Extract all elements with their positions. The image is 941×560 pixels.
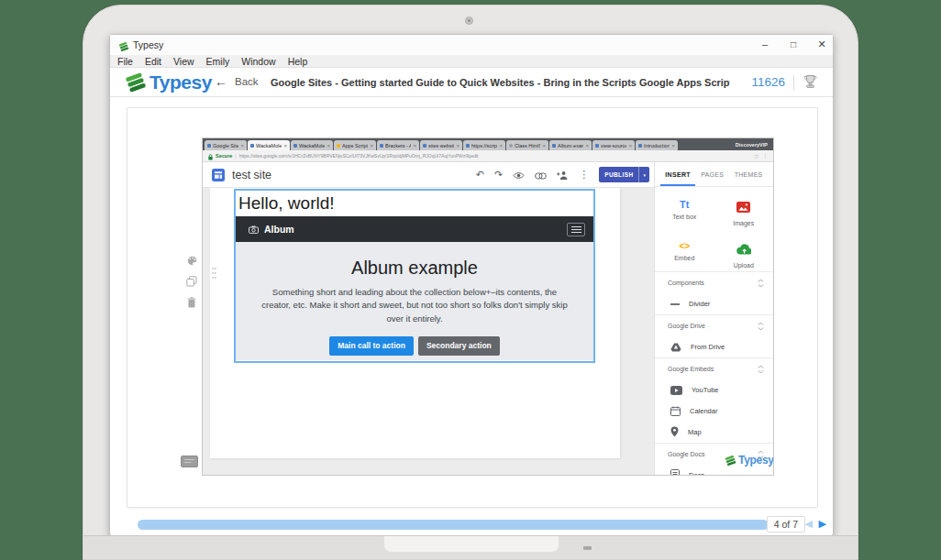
menu-edit[interactable]: Edit bbox=[145, 56, 161, 67]
preview-eye-icon[interactable] bbox=[513, 167, 525, 183]
tab-close-icon[interactable]: × bbox=[327, 143, 330, 148]
menu-help[interactable]: Help bbox=[288, 56, 308, 67]
tab-close-icon[interactable]: × bbox=[585, 143, 589, 148]
trophy-icon[interactable] bbox=[803, 73, 818, 93]
prev-page-icon[interactable]: ◀ bbox=[805, 518, 813, 530]
browser-tab[interactable]: https://script.go× bbox=[463, 140, 505, 150]
tab-close-icon[interactable]: × bbox=[542, 143, 546, 148]
share-add-person-icon[interactable] bbox=[557, 167, 569, 183]
item-youtube[interactable]: YouTube bbox=[655, 379, 773, 401]
browser-tab[interactable]: WackaMole - ap× bbox=[291, 140, 333, 150]
unfold-icon[interactable] bbox=[758, 318, 764, 335]
tab-pages[interactable]: PAGES bbox=[701, 171, 724, 178]
tab-close-icon[interactable]: × bbox=[456, 143, 459, 148]
item-calendar[interactable]: Calendar bbox=[655, 401, 773, 422]
section-components[interactable]: Components bbox=[655, 271, 773, 293]
menu-bar: File Edit View Emily Window Help bbox=[110, 55, 833, 68]
browser-tab[interactable]: Class HtmlServ× bbox=[506, 140, 548, 150]
delete-icon[interactable] bbox=[187, 295, 196, 312]
palette-icon[interactable] bbox=[187, 253, 197, 269]
browser-tab[interactable]: Album example× bbox=[549, 140, 592, 150]
lesson-progress-bar[interactable] bbox=[138, 520, 769, 530]
browser-tab[interactable]: sites website× bbox=[420, 140, 462, 150]
insert-panel: INSERT PAGES THEMES Tt Text box bbox=[654, 162, 773, 475]
typesy-logo-icon bbox=[125, 71, 147, 93]
publish-caret-icon[interactable]: ▾ bbox=[638, 167, 649, 182]
browser-tab-strip: Google Sites× WackaMole× WackaMole - ap×… bbox=[203, 138, 773, 150]
minimize-button[interactable]: – bbox=[757, 37, 773, 52]
browser-profile-name[interactable]: DiscoveryVIP bbox=[736, 142, 773, 148]
site-name[interactable]: test site bbox=[232, 169, 271, 181]
album-paragraph: Something short and leading about the co… bbox=[261, 286, 568, 325]
browser-menu-icon[interactable]: ⋮ bbox=[762, 153, 768, 159]
item-map[interactable]: Map bbox=[655, 422, 773, 443]
embed-icon: <> bbox=[679, 242, 690, 251]
tab-close-icon[interactable]: × bbox=[370, 143, 373, 148]
youtube-icon bbox=[670, 382, 682, 399]
menu-file[interactable]: File bbox=[117, 56, 133, 67]
tab-insert[interactable]: INSERT bbox=[665, 171, 690, 178]
section-google-drive[interactable]: Google Drive bbox=[655, 314, 773, 336]
docs-icon bbox=[670, 467, 680, 476]
browser-tab[interactable]: Introduction - B× bbox=[636, 140, 678, 150]
item-divider[interactable]: Divider bbox=[655, 293, 773, 314]
browser-tab[interactable]: view-source:htt× bbox=[592, 140, 635, 150]
panel-tabs: INSERT PAGES THEMES bbox=[655, 162, 773, 187]
upload-cloud-icon bbox=[736, 242, 751, 258]
tab-close-icon[interactable]: × bbox=[499, 143, 503, 148]
tab-close-icon[interactable]: × bbox=[283, 143, 287, 148]
more-options-icon[interactable]: ⋮ bbox=[579, 170, 589, 180]
tab-favicon bbox=[638, 144, 642, 148]
typesy-watermark: Typesy bbox=[725, 454, 773, 467]
browser-screenshot: Google Sites× WackaMole× WackaMole - ap×… bbox=[203, 138, 773, 475]
unfold-icon[interactable] bbox=[758, 361, 764, 378]
browser-tab[interactable]: Brackets - A mo× bbox=[377, 140, 419, 150]
divider-icon bbox=[670, 303, 680, 305]
menu-window[interactable]: Window bbox=[241, 56, 275, 67]
selected-embed-block[interactable]: Hello, world! Album Album example Som bbox=[234, 189, 595, 363]
webcam-dot bbox=[465, 16, 473, 25]
hamburger-menu-icon[interactable] bbox=[567, 223, 585, 236]
copy-link-icon[interactable] bbox=[535, 167, 547, 183]
tab-close-icon[interactable]: × bbox=[628, 143, 632, 148]
laptop-notch bbox=[384, 536, 559, 552]
insert-upload[interactable]: Upload bbox=[714, 242, 774, 271]
tab-favicon bbox=[595, 144, 599, 148]
section-google-embeds[interactable]: Google Embeds bbox=[655, 357, 773, 379]
next-page-icon[interactable]: ▶ bbox=[819, 518, 826, 530]
unfold-icon[interactable] bbox=[758, 275, 764, 291]
close-button[interactable]: ✕ bbox=[814, 37, 830, 52]
bookmark-star-icon[interactable]: ☆ bbox=[754, 153, 759, 159]
insert-embed[interactable]: <> Embed bbox=[655, 242, 714, 271]
primary-cta-button[interactable]: Main call to action bbox=[329, 336, 414, 356]
tab-close-icon[interactable]: × bbox=[671, 143, 675, 148]
tab-favicon bbox=[380, 144, 383, 148]
menu-view[interactable]: View bbox=[173, 56, 194, 67]
drag-handle-icon[interactable] bbox=[212, 267, 216, 283]
toolbar-icons: ↶ ↷ ⋮ bbox=[476, 167, 589, 183]
insert-text-box[interactable]: Tt Text box bbox=[655, 200, 714, 229]
comment-marker-icon[interactable] bbox=[181, 456, 198, 473]
item-from-drive[interactable]: From Drive bbox=[655, 336, 773, 357]
browser-tab[interactable]: Apps Script | G× bbox=[334, 140, 376, 150]
maximize-button[interactable]: □ bbox=[785, 37, 802, 52]
tab-close-icon[interactable]: × bbox=[240, 143, 244, 148]
undo-icon[interactable]: ↶ bbox=[476, 170, 484, 180]
secondary-cta-button[interactable]: Secondary action bbox=[418, 336, 500, 356]
album-buttons: Main call to action Secondary action bbox=[236, 336, 593, 356]
duplicate-icon[interactable] bbox=[186, 274, 197, 291]
back-button[interactable]: ← Back bbox=[215, 74, 259, 89]
drive-icon bbox=[670, 339, 681, 356]
redo-icon[interactable]: ↷ bbox=[494, 170, 503, 180]
browser-tab-active[interactable]: WackaMole× bbox=[248, 140, 290, 150]
images-icon bbox=[736, 200, 750, 216]
tab-themes[interactable]: THEMES bbox=[735, 171, 763, 178]
site-page: Hello, world! Album Album example Som bbox=[210, 188, 620, 458]
publish-button[interactable]: PUBLISH ▾ bbox=[599, 167, 649, 182]
tab-close-icon[interactable]: × bbox=[413, 143, 416, 148]
browser-url-bar[interactable]: Secure | https://sites.google.com/s/1HCr… bbox=[203, 150, 773, 162]
score-value: 11626 bbox=[751, 75, 785, 89]
url-text: https://sites.google.com/s/1HCrZvBUNY9BR… bbox=[239, 153, 751, 159]
insert-images[interactable]: Images bbox=[714, 200, 774, 229]
menu-emily[interactable]: Emily bbox=[206, 56, 230, 67]
